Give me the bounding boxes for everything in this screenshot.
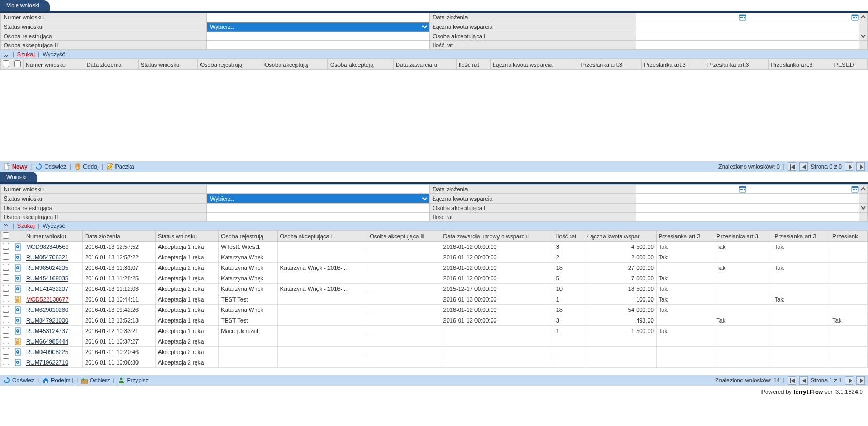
odswiez-button[interactable]: Odśwież: [3, 377, 34, 384]
table-row[interactable]: RUM1414322072016-01-13 11:12:03Akceptacj…: [1, 284, 868, 294]
row-checkbox[interactable]: [3, 316, 9, 323]
column-header[interactable]: Przesłanka art.3: [578, 59, 642, 70]
calendar-icon[interactable]: [739, 14, 746, 21]
table-row[interactable]: MOD5221386772016-01-13 10:44:11Akceptacj…: [1, 294, 868, 305]
page-prev-button[interactable]: [799, 162, 808, 171]
column-header[interactable]: Przesłanka art.3: [705, 59, 769, 70]
input-data-do[interactable]: [748, 13, 849, 22]
select-all-checkbox[interactable]: [3, 60, 9, 67]
page-last-button[interactable]: [856, 162, 865, 171]
input-ilosc-rat[interactable]: [636, 41, 859, 49]
column-header[interactable]: Data złożenia: [83, 231, 156, 242]
record-link[interactable]: RUM454169035: [26, 275, 68, 282]
column-header[interactable]: Osoba rejestrują: [198, 59, 262, 70]
column-header[interactable]: Osoba akceptują: [262, 59, 327, 70]
column-header[interactable]: Numer wniosku: [24, 59, 84, 70]
select-status[interactable]: Wybierz...: [207, 22, 429, 32]
column-header[interactable]: Osoba akceptująca I: [278, 231, 367, 242]
calendar-icon[interactable]: [739, 185, 746, 193]
input-osoba-rej[interactable]: [207, 32, 429, 40]
column-header[interactable]: Ilość rat: [456, 59, 490, 70]
record-link[interactable]: MOD982340569: [26, 244, 69, 250]
select-status[interactable]: Wybierz...: [207, 194, 429, 203]
input-osoba-akc1[interactable]: [636, 32, 859, 40]
filter-scroll-down[interactable]: [859, 32, 868, 41]
table-row[interactable]: RUM8479210002016-01-12 13:52:13Akceptacj…: [1, 315, 868, 326]
hscroll-1[interactable]: [0, 154, 868, 161]
table-row[interactable]: RUM4541690352016-01-13 11:28:25Akceptacj…: [1, 273, 868, 284]
table-row[interactable]: RUM7196227102016-01-11 10:06:30Akceptacj…: [1, 357, 868, 368]
column-header[interactable]: Osoba rejestrują: [219, 231, 278, 242]
column-header[interactable]: Przesłanka art.3: [642, 59, 705, 70]
column-header[interactable]: Osoba akceptują: [327, 59, 393, 70]
column-header[interactable]: Przesłanka art.3: [772, 231, 830, 242]
row-checkbox[interactable]: [3, 295, 9, 302]
record-link[interactable]: RUM985024205: [26, 265, 68, 271]
column-header[interactable]: Przesłanka art.3: [768, 59, 832, 70]
record-link[interactable]: RUM629010260: [26, 307, 68, 313]
table-row[interactable]: RUM9850242052016-01-13 11:31:07Akceptacj…: [1, 263, 868, 273]
row-checkbox[interactable]: [3, 253, 9, 260]
nowy-button[interactable]: Nowy: [3, 163, 27, 170]
column-header[interactable]: Data złożenia: [84, 59, 138, 70]
wyczysc-link[interactable]: Wyczyść: [43, 51, 65, 57]
page-last-button[interactable]: [856, 376, 865, 385]
input-data-od[interactable]: [636, 185, 737, 193]
record-link[interactable]: MOD522138677: [26, 296, 69, 303]
page-next-button[interactable]: [845, 162, 853, 171]
column-header[interactable]: Data zawarcia umowy o wsparciu: [441, 231, 554, 242]
table-row[interactable]: RUM4531247372016-01-12 10:33:21Akceptacj…: [1, 326, 868, 336]
record-link[interactable]: RUM141432207: [26, 286, 68, 292]
column-header[interactable]: Osoba akceptująca II: [367, 231, 441, 242]
odswiez-button[interactable]: Odśwież: [35, 163, 66, 170]
column-header[interactable]: Data zawarcia u: [393, 59, 456, 70]
row-checkbox[interactable]: [3, 306, 9, 313]
row-checkbox[interactable]: [3, 337, 9, 344]
record-link[interactable]: RUM453124737: [26, 328, 68, 334]
column-header[interactable]: Przesłanka art.3: [656, 231, 714, 242]
filter-scroll-down[interactable]: [859, 204, 868, 213]
filter-scroll-up[interactable]: [859, 185, 868, 194]
record-link[interactable]: RUM847921000: [26, 317, 68, 324]
column-header[interactable]: PESEL/i: [832, 59, 867, 70]
select-header-checkbox[interactable]: [14, 60, 21, 67]
row-checkbox[interactable]: [3, 264, 9, 271]
paczka-button[interactable]: Paczka: [106, 163, 134, 170]
input-numer[interactable]: [207, 185, 429, 193]
calendar-icon[interactable]: [851, 14, 859, 21]
column-header[interactable]: Łączna kwota wsparcia: [490, 59, 578, 70]
row-checkbox[interactable]: [3, 327, 9, 334]
input-kwota[interactable]: [636, 194, 859, 203]
filter-scroll-up[interactable]: [859, 13, 868, 22]
collapse-icon[interactable]: [3, 223, 9, 229]
row-checkbox[interactable]: [3, 243, 9, 250]
szukaj-link[interactable]: Szukaj: [17, 223, 35, 229]
table-row[interactable]: RUM6649854442016-01-11 10:37:27Akceptacj…: [1, 336, 868, 347]
input-kwota[interactable]: [636, 23, 859, 31]
row-checkbox[interactable]: [3, 274, 9, 281]
input-osoba-akc2[interactable]: [207, 213, 429, 221]
hscroll-2[interactable]: [0, 368, 868, 375]
record-link[interactable]: RUM719622710: [26, 359, 68, 366]
record-link[interactable]: RUM664985444: [26, 338, 68, 345]
column-header[interactable]: Przesłank: [830, 231, 868, 242]
column-header[interactable]: Numer wniosku: [24, 231, 83, 242]
page-next-button[interactable]: [845, 376, 853, 385]
row-checkbox[interactable]: [3, 358, 9, 365]
select-all-checkbox[interactable]: [3, 232, 9, 239]
odbierz-button[interactable]: Odbierz: [81, 377, 110, 384]
page-first-button[interactable]: [788, 162, 796, 171]
row-checkbox[interactable]: [3, 348, 9, 355]
input-osoba-akc1[interactable]: [636, 204, 859, 212]
page-first-button[interactable]: [788, 376, 796, 385]
oddaj-button[interactable]: Oddaj: [74, 163, 98, 170]
input-osoba-rej[interactable]: [207, 204, 429, 212]
record-link[interactable]: RUM054706321: [26, 254, 68, 261]
wyczysc-link[interactable]: Wyczyść: [43, 223, 65, 229]
szukaj-link[interactable]: Szukaj: [17, 51, 35, 57]
table-row[interactable]: RUM6290102602016-01-13 09:42:26Akceptacj…: [1, 305, 868, 315]
input-data-od[interactable]: [636, 13, 737, 22]
column-header[interactable]: Łączna kwota wspar: [585, 231, 657, 242]
page-prev-button[interactable]: [799, 376, 808, 385]
table-row[interactable]: RUM0409082252016-01-11 10:20:46Akceptacj…: [1, 347, 868, 357]
